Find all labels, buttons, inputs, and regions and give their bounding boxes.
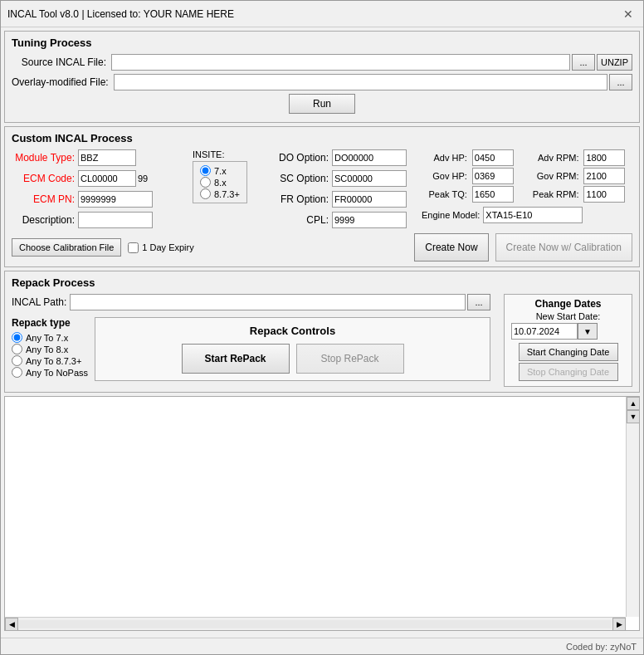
do-option-row: DO Option: [266,149,415,166]
engine-model-label: Engine Model: [422,210,483,220]
choose-calibration-button[interactable]: Choose Calibration File [12,238,121,257]
repack-buttons: Start RePack Stop RePack [102,344,483,374]
cpl-label: CPL: [266,214,332,226]
ecm-code-input[interactable] [78,170,136,187]
custom-incal-section: Custom INCAL Process Module Type: ECM Co… [4,126,640,267]
adv-hp-input[interactable] [472,149,514,166]
scroll-up-arrow[interactable]: ▲ [627,397,640,410]
adv-hp-label: Adv HP: [422,153,467,163]
ecm-code-label: ECM Code: [12,173,78,184]
incal-path-input[interactable] [70,294,466,310]
create-now-button[interactable]: Create Now [414,233,488,262]
insite-label: INSITE: [193,149,225,159]
gov-rpm-input[interactable] [583,168,625,184]
engine-model-input[interactable] [483,207,583,223]
description-label: Description: [12,214,78,226]
ecm-code-row: ECM Code: 99 [12,170,186,187]
overlay-file-row: Overlay-modified File: ... [12,74,632,90]
horizontal-scrollbar[interactable]: ◀ ▶ [5,617,626,630]
do-option-label: DO Option: [266,152,332,164]
source-browse-button[interactable]: ... [572,54,595,71]
repack-873-option[interactable]: Any To 8.7.3+ [12,355,88,366]
gov-rpm-label: Gov RPM: [525,171,578,181]
module-type-label: Module Type: [12,152,78,164]
incal-path-label: INCAL Path: [12,296,70,308]
repack-8x-radio[interactable] [12,344,22,354]
repack-7x-radio[interactable] [12,332,22,343]
unzip-button[interactable]: UNZIP [597,54,632,71]
hp-rpm-grid: Adv HP: Adv RPM: Gov HP: Gov RPM: Peak T… [422,149,632,203]
start-changing-date-button[interactable]: Start Changing Date [519,343,618,361]
peak-rpm-label: Peak RPM: [525,189,578,199]
sc-option-row: SC Option: [266,170,415,187]
cpl-row: CPL: [266,212,415,228]
module-type-input[interactable] [78,149,136,166]
repack-type-label: Repack type [12,317,88,329]
incal-path-browse-button[interactable]: ... [467,294,490,310]
ecm-pn-input[interactable] [78,191,153,208]
tuning-process-section: Tuning Process Source INCAL File: ... UN… [4,31,640,123]
start-repack-button[interactable]: Start RePack [182,344,290,374]
day-expiry-text: 1 Day Expiry [142,242,193,252]
repack-7x-option[interactable]: Any To 7.x [12,332,88,343]
date-row: ▼ [511,323,625,340]
title-bar: INCAL Tool v8.0 | Licensed to: YOUR NAME… [1,1,643,27]
status-text: Coded by: zyNoT [566,642,637,652]
repack-873-radio[interactable] [12,355,22,366]
insite-7x-radio[interactable] [200,165,211,176]
overlay-file-label: Overlay-modified File: [12,76,114,88]
create-now-calibration-button[interactable]: Create Now w/ Calibration [495,233,632,262]
insite-8x-radio[interactable] [200,177,211,188]
overlay-file-input[interactable] [114,74,607,90]
window-title: INCAL Tool v8.0 | Licensed to: YOUR NAME… [7,8,234,20]
repack-section: Repack Process INCAL Path: ... Repack ty… [4,271,640,393]
cpl-input[interactable] [332,212,407,228]
stop-changing-date-button[interactable]: Stop Changing Date [519,363,618,381]
adv-rpm-input[interactable] [583,149,625,166]
incal-path-row: INCAL Path: ... [12,294,490,310]
fr-option-label: FR Option: [266,193,332,205]
repack-8x-option[interactable]: Any To 8.x [12,344,88,354]
date-picker-button[interactable]: ▼ [578,323,598,340]
insite-7x-option[interactable]: 7.x [200,165,240,176]
window-content: Tuning Process Source INCAL File: ... UN… [1,27,643,638]
fr-option-input[interactable] [332,191,407,208]
do-option-input[interactable] [332,149,407,166]
peak-tq-input[interactable] [472,186,514,203]
new-start-label: New Start Date: [511,311,625,321]
gov-hp-input[interactable] [472,168,514,184]
change-dates-title: Change Dates [511,298,625,310]
tuning-process-title: Tuning Process [12,37,632,49]
repack-section-title: Repack Process [12,276,632,289]
repack-type-section: Repack type Any To 7.x Any To 8.x Any To… [12,317,88,381]
sc-option-label: SC Option: [266,173,332,184]
adv-rpm-label: Adv RPM: [525,153,578,163]
scroll-right-arrow[interactable]: ▶ [612,618,626,631]
insite-873-radio[interactable] [200,188,211,199]
main-window: INCAL Tool v8.0 | Licensed to: YOUR NAME… [0,0,644,655]
close-button[interactable]: ✕ [620,6,637,22]
module-type-row: Module Type: [12,149,186,166]
sc-option-input[interactable] [332,170,407,187]
scroll-down-arrow[interactable]: ▼ [627,410,640,423]
ecm-suffix: 99 [138,174,148,183]
insite-box: 7.x 8.x 8.7.3+ [193,161,247,203]
scroll-left-arrow[interactable]: ◀ [5,618,18,631]
day-expiry-checkbox[interactable] [128,242,139,253]
insite-8x-option[interactable]: 8.x [200,177,240,188]
ecm-pn-row: ECM PN: [12,191,186,208]
day-expiry-label[interactable]: 1 Day Expiry [128,242,193,253]
insite-873-option[interactable]: 8.7.3+ [200,188,240,199]
repack-nopass-option[interactable]: Any To NoPass [12,367,88,378]
peak-rpm-input[interactable] [583,186,625,203]
custom-incal-bottom-row: Choose Calibration File 1 Day Expiry Cre… [12,233,632,262]
run-button[interactable]: Run [289,94,355,114]
date-input[interactable] [511,323,578,340]
custom-incal-title: Custom INCAL Process [12,132,632,144]
stop-repack-button[interactable]: Stop RePack [296,344,404,374]
source-file-input[interactable] [111,54,570,71]
overlay-browse-button[interactable]: ... [609,74,632,90]
description-input[interactable] [78,212,153,228]
repack-nopass-radio[interactable] [12,367,22,378]
vertical-scrollbar[interactable]: ▲ ▼ [626,397,639,617]
